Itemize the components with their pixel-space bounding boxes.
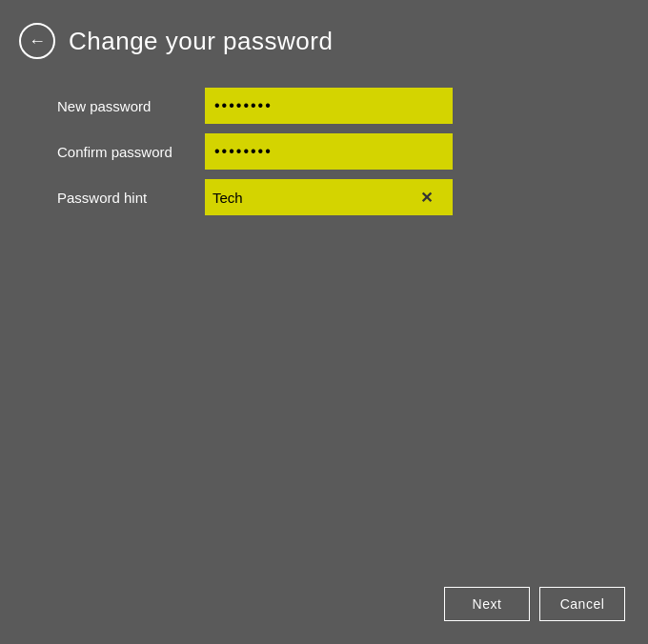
confirm-password-label: Confirm password — [57, 144, 205, 160]
password-hint-label: Password hint — [57, 190, 205, 206]
form-container: New password Confirm password Password h… — [0, 88, 648, 215]
new-password-label: New password — [57, 98, 205, 114]
confirm-password-input[interactable] — [205, 133, 453, 170]
confirm-password-row: Confirm password — [57, 133, 629, 170]
back-arrow-icon: ← — [29, 32, 46, 50]
clear-hint-button[interactable]: ✕ — [416, 189, 436, 207]
back-button[interactable]: ← — [19, 23, 55, 59]
bottom-buttons: Next Cancel — [444, 587, 625, 621]
password-hint-wrapper: ✕ — [205, 179, 453, 215]
page-title: Change your password — [69, 27, 333, 56]
new-password-row: New password — [57, 88, 629, 124]
password-hint-row: Password hint ✕ — [57, 179, 629, 215]
cancel-button[interactable]: Cancel — [539, 587, 625, 621]
next-button[interactable]: Next — [444, 587, 530, 621]
new-password-input[interactable] — [205, 88, 453, 124]
password-hint-input[interactable] — [213, 179, 416, 215]
